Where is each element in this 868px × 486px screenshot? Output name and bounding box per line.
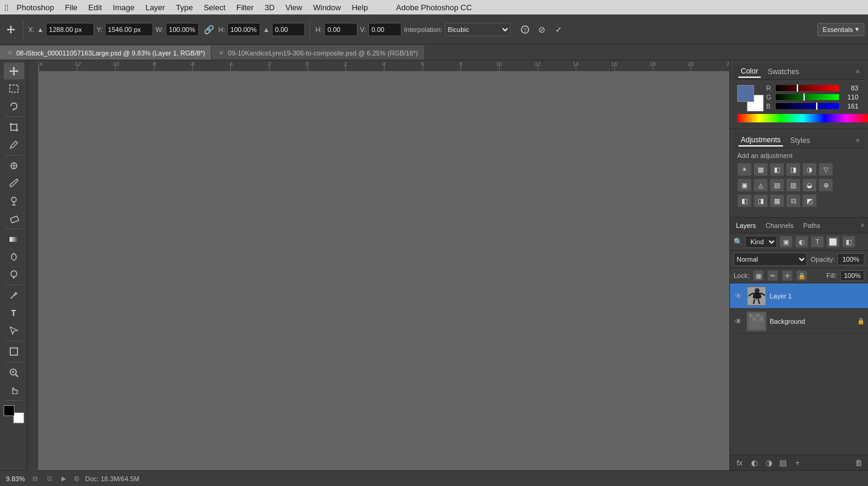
tool-blur[interactable] [4, 248, 24, 265]
adj-posterize[interactable]: ◧ [737, 194, 752, 207]
adj-colorbalance[interactable]: ▣ [737, 178, 752, 192]
kind-filter-select[interactable]: Kind [745, 236, 777, 248]
tab-document-1[interactable]: ✕ 08-iStock_000011057163Large.psd @ 9.83… [0, 45, 212, 60]
tab-document-2[interactable]: ✕ 09-10KandiceLynn19-306-to-composite.ps… [212, 45, 424, 60]
background-color-swatch[interactable] [13, 412, 24, 423]
adj-gradientmap[interactable]: ⊟ [786, 194, 800, 207]
adj-threshold[interactable]: ◨ [753, 194, 768, 207]
channels-tab[interactable]: Channels [763, 221, 796, 230]
adj-channelmixer[interactable]: ▥ [786, 178, 800, 192]
color-panel-collapse[interactable]: ≡ [856, 68, 860, 75]
apple-logo[interactable]:  [5, 2, 8, 13]
filter-smartobj-btn[interactable]: ◧ [842, 236, 855, 248]
tool-clone[interactable] [4, 192, 24, 209]
paths-tab[interactable]: Paths [801, 221, 823, 230]
adj-brightness[interactable]: ☀ [737, 163, 752, 176]
w-input[interactable] [166, 23, 199, 36]
menu-view[interactable]: View [281, 2, 307, 13]
rotation-input[interactable] [272, 23, 305, 36]
menu-help[interactable]: Help [347, 2, 373, 13]
styles-tab[interactable]: Styles [788, 135, 813, 146]
menu-file[interactable]: File [60, 2, 83, 13]
lock-image-btn[interactable]: ✏ [767, 270, 778, 281]
layer-item-background[interactable]: 👁 Background 🔒 [730, 309, 868, 334]
commit-transform-icon[interactable]: ✓ [552, 22, 566, 37]
menu-type[interactable]: Type [171, 2, 198, 13]
menu-select[interactable]: Select [199, 2, 230, 13]
add-mask-button[interactable]: ◐ [748, 457, 760, 469]
tool-dodge[interactable] [4, 266, 24, 283]
fill-input[interactable] [840, 270, 864, 281]
layers-tab[interactable]: Layers [734, 221, 758, 230]
tool-shape[interactable] [4, 343, 24, 360]
tool-eraser[interactable] [4, 210, 24, 227]
essentials-button[interactable]: Essentials ▾ [817, 23, 864, 36]
menu-3d[interactable]: 3D [260, 2, 280, 13]
tool-eyedropper[interactable] [4, 136, 24, 153]
new-layer-button[interactable]: + [791, 457, 804, 469]
adj-levels[interactable]: ▦ [753, 163, 768, 176]
lock-transparent-btn[interactable]: ▦ [753, 270, 764, 281]
delete-layer-button[interactable]: 🗑 [852, 457, 864, 469]
tool-select-rect[interactable] [4, 80, 24, 97]
adjustments-tab[interactable]: Adjustments [738, 134, 783, 147]
swatches-tab[interactable]: Swatches [766, 66, 802, 77]
status-icon-2[interactable]: ⊡ [45, 475, 54, 483]
filter-shape-btn[interactable]: ⬜ [826, 236, 840, 248]
foreground-color-swatch[interactable] [4, 405, 14, 416]
tool-pen[interactable] [4, 287, 24, 304]
tool-move[interactable] [4, 63, 24, 80]
move-tool-icon[interactable] [4, 22, 18, 37]
menu-photoshop[interactable]: Photoshop [11, 2, 58, 13]
layers-panel-collapse[interactable]: ≡ [861, 222, 864, 229]
adj-selectcolor[interactable]: ▦ [770, 194, 784, 207]
layer1-visibility-toggle[interactable]: 👁 [734, 291, 743, 301]
new-group-button[interactable]: ▤ [777, 457, 789, 469]
opacity-input[interactable] [837, 253, 864, 265]
new-adjustment-button[interactable]: ◑ [763, 457, 775, 469]
status-icon-1[interactable]: ⊟ [31, 475, 39, 483]
adj-solidcolor[interactable]: ◩ [802, 194, 817, 207]
interpolation-select[interactable]: Bicubic Bilinear Nearest Neighbor [445, 23, 511, 36]
menu-layer[interactable]: Layer [140, 2, 170, 13]
tool-hand[interactable] [4, 382, 24, 399]
tool-lasso[interactable] [4, 98, 24, 115]
tool-text[interactable]: T [4, 305, 24, 321]
color-fg-swatch[interactable] [737, 85, 754, 102]
menu-image[interactable]: Image [108, 2, 139, 13]
adj-invert[interactable]: ⊕ [819, 178, 833, 192]
lock-position-btn[interactable]: ✛ [782, 270, 793, 281]
tool-zoom[interactable] [4, 364, 24, 381]
color-swatches-preview[interactable] [737, 85, 764, 112]
tool-path-select[interactable] [4, 322, 24, 339]
status-icon-3[interactable]: ▶ [60, 475, 68, 483]
menu-edit[interactable]: Edit [84, 2, 107, 13]
lock-all-btn[interactable]: 🔒 [796, 270, 807, 281]
tab-close-2[interactable]: ✕ [218, 49, 225, 57]
adj-exposure[interactable]: ◨ [786, 163, 800, 176]
filter-pixel-btn[interactable]: ▣ [779, 236, 793, 248]
adj-photofilter[interactable]: ▤ [770, 178, 784, 192]
filter-adjustment-btn[interactable]: ◐ [795, 236, 808, 248]
adjustments-panel-collapse[interactable]: ≡ [856, 137, 860, 144]
h-input[interactable] [227, 23, 260, 36]
color-tab[interactable]: Color [738, 66, 761, 78]
adj-curves[interactable]: ◧ [770, 163, 784, 176]
v-input[interactable] [368, 23, 401, 36]
h2-input[interactable] [324, 23, 357, 36]
x-input[interactable] [46, 23, 94, 36]
g-slider[interactable] [776, 94, 839, 100]
tool-brush[interactable] [4, 175, 24, 192]
r-slider[interactable] [776, 85, 839, 91]
tool-heal[interactable] [4, 157, 24, 174]
filter-type-btn[interactable]: T [811, 236, 824, 248]
menu-window[interactable]: Window [308, 2, 345, 13]
color-swatches[interactable] [4, 405, 24, 423]
tool-gradient[interactable] [4, 231, 24, 248]
adj-bw[interactable]: ◬ [753, 178, 768, 192]
adj-colorlookup[interactable]: ◒ [802, 178, 817, 192]
adj-vibrance[interactable]: ◑ [802, 163, 817, 176]
cancel-transform-icon[interactable]: ⊘ [535, 22, 549, 37]
transform-options-icon[interactable]: ? [518, 22, 532, 37]
tool-crop[interactable] [4, 119, 24, 136]
